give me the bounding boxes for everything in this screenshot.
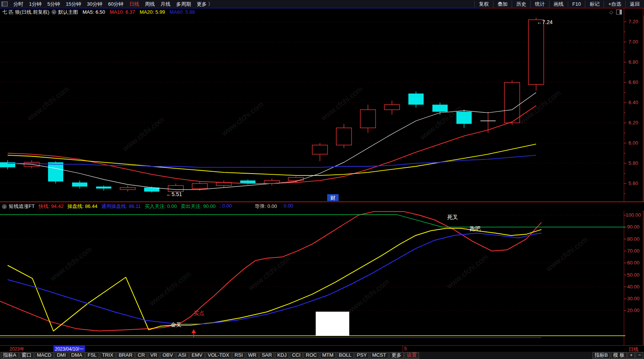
toolbtn-F10[interactable]: F10 <box>568 1 585 7</box>
period-item-30分钟[interactable]: 30分钟 <box>87 1 102 8</box>
indicator-btn-OBV[interactable]: OBV <box>160 352 175 359</box>
indicator-btn-RSI[interactable]: RSI <box>232 352 245 359</box>
toolbar-right-btn-−[interactable]: − <box>636 352 643 359</box>
stock-title: 七 匹 狼(日线.前复权) <box>2 9 50 16</box>
top-menu-bar: 分时1分钟5分钟15分钟30分钟60分钟日线周线月线多周期更多 〉 复权叠加历史… <box>0 0 644 8</box>
svg-text:财: 财 <box>331 195 336 201</box>
indicator-buttons: 指标A窗口MACDDMIDMAFSLTRIXBRARCRVROBVASIEMVV… <box>0 352 419 359</box>
indicator-chevron-icon[interactable]: ⌄ <box>2 204 7 209</box>
ma-label: MA10: 6.37 <box>110 9 135 15</box>
toolbtn-画线[interactable]: 画线 <box>549 1 568 8</box>
indicator-btn-MTM[interactable]: MTM <box>320 352 336 359</box>
svg-text:60.00: 60.00 <box>627 260 640 266</box>
toolbar-right-btn-+[interactable]: + <box>628 352 635 359</box>
indicator-btn-KDJ[interactable]: KDJ <box>275 352 289 359</box>
period-item-日线[interactable]: 日线 <box>129 1 139 8</box>
split-window-icon[interactable] <box>616 10 622 14</box>
svg-text:7.20: 7.20 <box>628 19 638 24</box>
indicator-field: 快线: 94.42 <box>39 203 64 210</box>
indicator-field: 买入关注: 0.00 <box>145 203 177 210</box>
indicator-btn-BOLL[interactable]: BOLL <box>337 352 354 359</box>
svg-text:6.80: 6.80 <box>628 59 638 65</box>
svg-text:100.00: 100.00 <box>626 212 641 218</box>
diamond-icon[interactable]: ◇ <box>609 9 613 15</box>
indicator-btn-WR[interactable]: WR <box>246 352 259 359</box>
svg-text:6.00: 6.00 <box>628 140 638 146</box>
indicator-btn-DMI[interactable]: DMI <box>55 352 68 359</box>
indicator-btn-EMV[interactable]: EMV <box>190 352 205 359</box>
indicator-btn-MCST[interactable]: MCST <box>370 352 389 359</box>
toolbtn-+自选[interactable]: +自选 <box>604 1 625 8</box>
indicator-btn-VR[interactable]: VR <box>148 352 159 359</box>
indicator-btn-指标A[interactable]: 指标A <box>1 352 19 359</box>
svg-text:50.00: 50.00 <box>627 272 640 278</box>
indicator-btn-ROC[interactable]: ROC <box>304 352 319 359</box>
month-marker: 5 <box>404 346 407 351</box>
indicator-btn-DMA[interactable]: DMA <box>69 352 85 359</box>
indicator-name[interactable]: 短线追涨FT <box>9 203 35 210</box>
toolbtn-叠加[interactable]: 叠加 <box>493 1 512 8</box>
svg-text:80.00: 80.00 <box>627 236 640 242</box>
indicator-btn-SAR[interactable]: SAR <box>259 352 274 359</box>
period-item-60分钟[interactable]: 60分钟 <box>108 1 123 8</box>
indicator-btn-CCI[interactable]: CCI <box>290 352 303 359</box>
indicator-btn-BRAR[interactable]: BRAR <box>116 352 135 359</box>
indicator-values: 快线: 94.42操盘线: 86.44通用操盘线: 86.11买入关注: 0.0… <box>35 203 293 210</box>
toolbar-right-group: 指标B模 板+− <box>592 352 643 359</box>
chevron-down-circle-icon[interactable]: ⌄ <box>51 10 56 14</box>
app-window-icon[interactable] <box>2 2 8 6</box>
toolbar-right-btn-模 板[interactable]: 模 板 <box>611 352 627 359</box>
toolbtn-返回[interactable]: 返回 <box>625 1 644 8</box>
indicator-btn-更多[interactable]: 更多 <box>389 352 404 359</box>
indicator-btn-FSL[interactable]: FSL <box>85 352 99 359</box>
period-item-15分钟[interactable]: 15分钟 <box>66 1 81 8</box>
toolbtn-标记[interactable]: 标记 <box>585 1 604 8</box>
period-item-月线[interactable]: 月线 <box>161 1 170 8</box>
period-item-分时[interactable]: 分时 <box>13 1 23 8</box>
period-item-周线[interactable]: 周线 <box>145 1 155 8</box>
toolbtn-复权[interactable]: 复权 <box>474 1 493 8</box>
svg-text:5.80: 5.80 <box>628 160 638 166</box>
svg-text:买点: 买点 <box>194 310 204 316</box>
period-item-多周期[interactable]: 多周期 <box>176 1 191 8</box>
period-item-5分钟[interactable]: 5分钟 <box>47 1 60 8</box>
ma-values: MA5: 6.50MA10: 6.37MA20: 5.99MA60: 5.88 <box>78 9 195 15</box>
indicator-field: : 0.00 <box>220 203 232 210</box>
svg-text:←7.24: ←7.24 <box>537 19 552 25</box>
toolbtn-历史[interactable]: 历史 <box>512 1 530 8</box>
indicator-btn-TRIX[interactable]: TRIX <box>100 352 116 359</box>
tool-menu: 复权叠加历史统计画线F10标记+自选返回 <box>474 0 644 8</box>
indicator-field: 导弹: 0.00 <box>255 203 277 210</box>
period-menu: 分时1分钟5分钟15分钟30分钟60分钟日线周线月线多周期更多 〉 <box>8 1 213 8</box>
indicator-btn-窗口[interactable]: 窗口 <box>19 352 34 359</box>
indicator-field: 操盘线: 86.44 <box>67 203 98 210</box>
indicator-panel-chart[interactable]: 100.0090.0080.0070.0060.0050.0040.0030.0… <box>0 211 644 345</box>
main-candlestick-chart[interactable]: 7.207.006.806.606.406.206.005.805.60←7.2… <box>0 16 644 201</box>
toolbtn-统计[interactable]: 统计 <box>530 1 549 8</box>
month-tick <box>403 346 403 352</box>
indicator-btn-CR[interactable]: CR <box>135 352 147 359</box>
toolbar-right-btn-指标B[interactable]: 指标B <box>593 352 610 359</box>
indicator-btn-设置[interactable]: 设置 <box>405 352 419 359</box>
ma-label: MA20: 5.99 <box>140 9 165 15</box>
date-axis-row: 2023年 2023/04/10/一 5 日线 <box>0 346 644 352</box>
svg-text:死叉: 死叉 <box>447 214 458 220</box>
svg-text:6.40: 6.40 <box>628 100 638 105</box>
indicator-header: ⌄ 短线追涨FT 快线: 94.42操盘线: 86.44通用操盘线: 86.11… <box>0 202 644 211</box>
indicator-btn-PSY[interactable]: PSY <box>355 352 369 359</box>
svg-text:←5.51: ←5.51 <box>166 191 182 197</box>
svg-text:7.00: 7.00 <box>628 39 638 45</box>
svg-text:6.60: 6.60 <box>628 79 638 85</box>
indicator-btn-MACD[interactable]: MACD <box>35 352 54 359</box>
svg-text:20.00: 20.00 <box>627 307 640 313</box>
indicator-btn-ASI[interactable]: ASI <box>176 352 189 359</box>
ma-label: MA5: 6.50 <box>83 9 105 15</box>
indicator-btn-VOL-TDX[interactable]: VOL-TDX <box>206 352 231 359</box>
period-item-1分钟[interactable]: 1分钟 <box>29 1 42 8</box>
period-item-更多 〉[interactable]: 更多 〉 <box>197 1 213 8</box>
indicator-field: 通用操盘线: 86.11 <box>101 203 141 210</box>
ma-label: MA60: 5.88 <box>170 9 195 15</box>
main-layout-label[interactable]: 默认主图 <box>58 9 78 16</box>
stock-app-window: 分时1分钟5分钟15分钟30分钟60分钟日线周线月线多周期更多 〉 复权叠加历史… <box>0 0 644 359</box>
svg-text:6.20: 6.20 <box>628 120 638 126</box>
